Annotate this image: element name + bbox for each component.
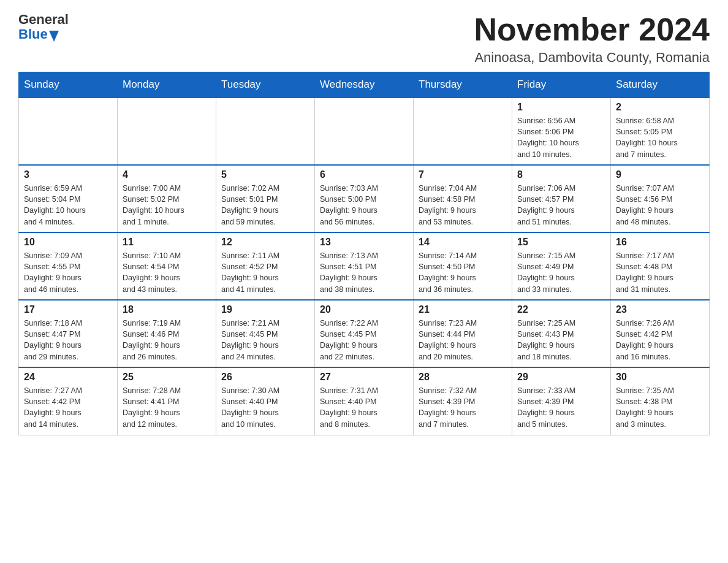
day-number: 19	[221, 304, 309, 315]
day-info: Sunrise: 6:59 AM Sunset: 5:04 PM Dayligh…	[24, 183, 112, 228]
calendar-cell: 20Sunrise: 7:22 AM Sunset: 4:45 PM Dayli…	[315, 300, 414, 367]
day-info: Sunrise: 7:18 AM Sunset: 4:47 PM Dayligh…	[24, 318, 112, 362]
day-number: 15	[517, 237, 605, 248]
day-info: Sunrise: 7:30 AM Sunset: 4:40 PM Dayligh…	[221, 385, 309, 430]
calendar-cell: 26Sunrise: 7:30 AM Sunset: 4:40 PM Dayli…	[216, 367, 315, 435]
weekday-header-sunday: Sunday	[19, 72, 118, 98]
calendar-cell	[216, 98, 315, 165]
calendar-cell: 16Sunrise: 7:17 AM Sunset: 4:48 PM Dayli…	[611, 232, 710, 300]
weekday-header-thursday: Thursday	[414, 72, 512, 98]
calendar-cell: 17Sunrise: 7:18 AM Sunset: 4:47 PM Dayli…	[19, 300, 118, 367]
calendar-cell: 14Sunrise: 7:14 AM Sunset: 4:50 PM Dayli…	[414, 232, 512, 300]
weekday-header-wednesday: Wednesday	[315, 72, 414, 98]
day-number: 8	[517, 169, 605, 180]
calendar-week-2: 3Sunrise: 6:59 AM Sunset: 5:04 PM Daylig…	[19, 165, 710, 232]
calendar-cell: 12Sunrise: 7:11 AM Sunset: 4:52 PM Dayli…	[216, 232, 315, 300]
day-number: 27	[320, 372, 408, 383]
calendar-cell: 19Sunrise: 7:21 AM Sunset: 4:45 PM Dayli…	[216, 300, 315, 367]
day-number: 3	[24, 169, 112, 180]
weekday-header-row: SundayMondayTuesdayWednesdayThursdayFrid…	[19, 72, 710, 98]
calendar-cell	[118, 98, 216, 165]
weekday-header-saturday: Saturday	[611, 72, 710, 98]
calendar-cell: 5Sunrise: 7:02 AM Sunset: 5:01 PM Daylig…	[216, 165, 315, 232]
day-info: Sunrise: 7:21 AM Sunset: 4:45 PM Dayligh…	[221, 318, 309, 362]
calendar-cell: 9Sunrise: 7:07 AM Sunset: 4:56 PM Daylig…	[611, 165, 710, 232]
day-number: 5	[221, 169, 309, 180]
calendar-cell: 11Sunrise: 7:10 AM Sunset: 4:54 PM Dayli…	[118, 232, 216, 300]
calendar-cell: 24Sunrise: 7:27 AM Sunset: 4:42 PM Dayli…	[19, 367, 118, 435]
day-info: Sunrise: 7:07 AM Sunset: 4:56 PM Dayligh…	[616, 183, 704, 228]
day-number: 9	[616, 169, 704, 180]
day-number: 20	[320, 304, 408, 315]
calendar-table: SundayMondayTuesdayWednesdayThursdayFrid…	[18, 72, 710, 435]
calendar-cell: 8Sunrise: 7:06 AM Sunset: 4:57 PM Daylig…	[512, 165, 611, 232]
day-info: Sunrise: 7:00 AM Sunset: 5:02 PM Dayligh…	[123, 183, 211, 228]
calendar-cell: 30Sunrise: 7:35 AM Sunset: 4:38 PM Dayli…	[611, 367, 710, 435]
day-number: 23	[616, 304, 704, 315]
logo-general-text: General	[18, 12, 69, 27]
calendar-cell: 7Sunrise: 7:04 AM Sunset: 4:58 PM Daylig…	[414, 165, 512, 232]
day-info: Sunrise: 7:11 AM Sunset: 4:52 PM Dayligh…	[221, 250, 309, 295]
calendar-cell	[315, 98, 414, 165]
day-info: Sunrise: 7:02 AM Sunset: 5:01 PM Dayligh…	[221, 183, 309, 228]
day-info: Sunrise: 7:17 AM Sunset: 4:48 PM Dayligh…	[616, 250, 704, 295]
calendar-cell: 10Sunrise: 7:09 AM Sunset: 4:55 PM Dayli…	[19, 232, 118, 300]
day-number: 22	[517, 304, 605, 315]
day-info: Sunrise: 7:25 AM Sunset: 4:43 PM Dayligh…	[517, 318, 605, 362]
calendar-cell: 18Sunrise: 7:19 AM Sunset: 4:46 PM Dayli…	[118, 300, 216, 367]
svg-marker-0	[49, 31, 59, 42]
calendar-cell: 4Sunrise: 7:00 AM Sunset: 5:02 PM Daylig…	[118, 165, 216, 232]
weekday-header-monday: Monday	[118, 72, 216, 98]
calendar-cell: 28Sunrise: 7:32 AM Sunset: 4:39 PM Dayli…	[414, 367, 512, 435]
day-number: 1	[517, 102, 605, 113]
day-info: Sunrise: 7:15 AM Sunset: 4:49 PM Dayligh…	[517, 250, 605, 295]
title-section: November 2024 Aninoasa, Dambovita County…	[474, 12, 710, 66]
calendar-cell: 23Sunrise: 7:26 AM Sunset: 4:42 PM Dayli…	[611, 300, 710, 367]
calendar-cell: 21Sunrise: 7:23 AM Sunset: 4:44 PM Dayli…	[414, 300, 512, 367]
calendar-week-5: 24Sunrise: 7:27 AM Sunset: 4:42 PM Dayli…	[19, 367, 710, 435]
calendar-cell: 15Sunrise: 7:15 AM Sunset: 4:49 PM Dayli…	[512, 232, 611, 300]
day-number: 24	[24, 372, 112, 383]
calendar-body: 1Sunrise: 6:56 AM Sunset: 5:06 PM Daylig…	[19, 98, 710, 435]
calendar-week-3: 10Sunrise: 7:09 AM Sunset: 4:55 PM Dayli…	[19, 232, 710, 300]
day-number: 26	[221, 372, 309, 383]
calendar-cell: 2Sunrise: 6:58 AM Sunset: 5:05 PM Daylig…	[611, 98, 710, 165]
day-number: 13	[320, 237, 408, 248]
day-info: Sunrise: 7:23 AM Sunset: 4:44 PM Dayligh…	[419, 318, 507, 362]
logo-blue-text: Blue	[18, 27, 48, 42]
day-number: 25	[123, 372, 211, 383]
day-info: Sunrise: 7:27 AM Sunset: 4:42 PM Dayligh…	[24, 385, 112, 430]
day-number: 4	[123, 169, 211, 180]
month-title: November 2024	[474, 12, 710, 47]
day-number: 6	[320, 169, 408, 180]
day-number: 2	[616, 102, 704, 113]
day-number: 7	[419, 169, 507, 180]
day-info: Sunrise: 7:10 AM Sunset: 4:54 PM Dayligh…	[123, 250, 211, 295]
calendar-cell: 22Sunrise: 7:25 AM Sunset: 4:43 PM Dayli…	[512, 300, 611, 367]
day-info: Sunrise: 7:13 AM Sunset: 4:51 PM Dayligh…	[320, 250, 408, 295]
day-info: Sunrise: 7:03 AM Sunset: 5:00 PM Dayligh…	[320, 183, 408, 228]
day-number: 18	[123, 304, 211, 315]
day-info: Sunrise: 7:06 AM Sunset: 4:57 PM Dayligh…	[517, 183, 605, 228]
day-number: 29	[517, 372, 605, 383]
day-info: Sunrise: 7:22 AM Sunset: 4:45 PM Dayligh…	[320, 318, 408, 362]
day-info: Sunrise: 7:09 AM Sunset: 4:55 PM Dayligh…	[24, 250, 112, 295]
calendar-week-4: 17Sunrise: 7:18 AM Sunset: 4:47 PM Dayli…	[19, 300, 710, 367]
day-number: 16	[616, 237, 704, 248]
day-info: Sunrise: 7:31 AM Sunset: 4:40 PM Dayligh…	[320, 385, 408, 430]
day-number: 14	[419, 237, 507, 248]
calendar-cell: 13Sunrise: 7:13 AM Sunset: 4:51 PM Dayli…	[315, 232, 414, 300]
day-info: Sunrise: 7:33 AM Sunset: 4:39 PM Dayligh…	[517, 385, 605, 430]
day-info: Sunrise: 7:28 AM Sunset: 4:41 PM Dayligh…	[123, 385, 211, 430]
day-number: 10	[24, 237, 112, 248]
weekday-header-tuesday: Tuesday	[216, 72, 315, 98]
calendar-week-1: 1Sunrise: 6:56 AM Sunset: 5:06 PM Daylig…	[19, 98, 710, 165]
day-info: Sunrise: 7:04 AM Sunset: 4:58 PM Dayligh…	[419, 183, 507, 228]
calendar-header: SundayMondayTuesdayWednesdayThursdayFrid…	[19, 72, 710, 98]
calendar-cell: 29Sunrise: 7:33 AM Sunset: 4:39 PM Dayli…	[512, 367, 611, 435]
day-info: Sunrise: 7:26 AM Sunset: 4:42 PM Dayligh…	[616, 318, 704, 362]
calendar-cell: 3Sunrise: 6:59 AM Sunset: 5:04 PM Daylig…	[19, 165, 118, 232]
day-info: Sunrise: 7:14 AM Sunset: 4:50 PM Dayligh…	[419, 250, 507, 295]
calendar-cell: 6Sunrise: 7:03 AM Sunset: 5:00 PM Daylig…	[315, 165, 414, 232]
calendar-cell: 1Sunrise: 6:56 AM Sunset: 5:06 PM Daylig…	[512, 98, 611, 165]
